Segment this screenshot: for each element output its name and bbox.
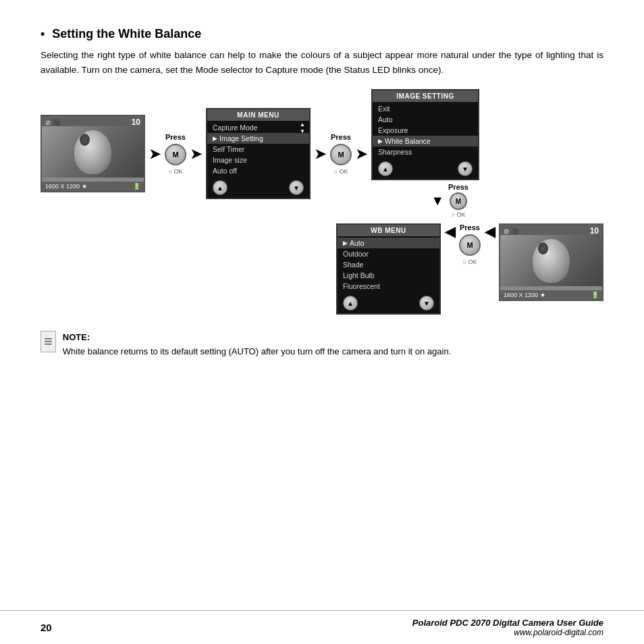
arrow-right-1: ➤ [149,146,161,162]
m-button-3[interactable]: M [459,234,481,256]
image-item-3-arrow: ▶ [378,138,383,144]
main-menu-item-0[interactable]: Capture Mode [207,122,309,133]
image-item-0-label: Exit [378,105,390,113]
ok-label-1: ○ OK [169,168,183,175]
brand-url: www.polaroid-digital.com [412,628,603,637]
wb-menu-box: WB MENU ▶ Auto Outdoor Shade Light Bulb [336,223,441,315]
wb-menu-items: ▶ Auto Outdoor Shade Light Bulb Fluoresc… [338,236,439,293]
cam-bottom-bar: 1600 X 1200 ★ 🔋 [42,182,144,191]
cam-face [42,126,144,178]
image-item-4[interactable]: Sharpness [373,146,478,157]
main-item-3-label: Image size [213,156,247,164]
press-label-down: Press [448,183,468,191]
wb-up-btn[interactable]: ▲ [343,296,358,311]
page-content: • Setting the White Balance Selecting th… [0,0,644,389]
right-column: IMAGE SETTING Exit Auto Exposure ▶ [371,89,479,218]
main-menu-up-btn[interactable]: ▲ [213,180,227,195]
wb-item-4[interactable]: Fluorescent [338,281,439,292]
image-item-0[interactable]: Exit [373,103,478,114]
press-group-down: ▼ Press M ○ OK [431,183,479,218]
press-label-3: Press [460,223,480,232]
main-menu-item-4[interactable]: Auto off [207,165,309,176]
note-label: NOTE: [63,332,90,342]
main-item-0-label: Capture Mode [213,124,258,132]
ok-label-3: ○ OK [463,259,477,265]
body-paragraph: Selecting the right type of white balanc… [41,48,603,77]
cam-number: 10 [132,117,140,127]
brand-title: Polaroid PDC 2070 Digital Camera User Gu… [412,618,603,628]
main-menu-nav: ▲ ▼ [207,178,309,198]
camera-preview-1: ⊘ 🎥 10 1600 X 1200 ★ 🔋 [41,115,145,192]
main-item-1-arrow: ▶ [213,135,217,142]
arrow-left-2: ◀ [485,223,495,240]
m-button-1[interactable]: M [165,144,186,165]
main-menu-item-3[interactable]: Image size [207,155,309,165]
arrow-right-4: ➤ [356,146,367,162]
press-group-2: Press M ○ OK [330,133,352,175]
diagram-row2: WB MENU ▶ Auto Outdoor Shade Light Bulb [41,223,603,315]
image-setting-header: IMAGE SETTING [373,90,478,102]
scroll-up: ▲ [300,122,305,128]
page-number: 20 [41,622,52,633]
main-item-4-label: Auto off [213,167,237,175]
wb-item-2[interactable]: Shade [338,259,439,270]
wb-item-4-label: Fluorescent [343,282,380,290]
ok-label-2: ○ OK [334,168,348,175]
wb-item-0-arrow: ▶ [343,240,348,246]
press-label-2: Press [331,133,351,141]
main-menu-header: MAIN MENU [207,109,309,121]
main-item-2-label: Self Timer [213,145,244,153]
main-menu-item-1[interactable]: ▶ Image Setting [207,133,309,144]
cam-battery-icon: 🔋 [133,183,140,190]
wb-item-0-label: Auto [350,239,365,247]
image-setting-menu-box: IMAGE SETTING Exit Auto Exposure ▶ [371,89,479,180]
arrow-right-3: ➤ [315,146,326,162]
wb-item-3-label: Light Bulb [343,271,375,279]
diagram: ⊘ 🎥 10 1600 X 1200 ★ 🔋 ➤ Press M ○ OK [41,89,603,315]
wb-item-1-label: Outdoor [343,250,369,258]
arrow-left-1: ◀ [445,223,455,240]
wb-item-1[interactable]: Outdoor [338,248,439,259]
image-item-4-label: Sharpness [378,148,412,156]
cam2-icons: ⊘ 🎥 [504,227,519,235]
wb-item-0[interactable]: ▶ Auto [338,238,439,248]
cam-face-shape [74,130,111,174]
image-setting-down-btn[interactable]: ▼ [458,161,473,176]
wb-menu-header: WB MENU [338,225,439,236]
main-menu-items: Capture Mode ▶ Image Setting Self Timer … [207,121,309,178]
footer-brand: Polaroid PDC 2070 Digital Camera User Gu… [412,618,603,637]
note-body: White balance returns to its default set… [63,346,451,356]
scroll-down: ▼ [300,129,305,134]
m-button-2[interactable]: M [330,144,352,165]
title-text: Setting the White Balance [52,27,201,41]
wb-down-btn[interactable]: ▼ [419,296,434,311]
bullet: • [41,27,45,41]
note-text-block: NOTE: White balance returns to its defau… [63,331,451,359]
diagram-row1: ⊘ 🎥 10 1600 X 1200 ★ 🔋 ➤ Press M ○ OK [41,89,603,218]
wb-item-3[interactable]: Light Bulb [338,270,439,281]
image-item-1[interactable]: Auto [373,114,478,125]
press-group-1: Press M ○ OK [165,133,186,175]
image-item-2-label: Exposure [378,126,408,134]
cam2-battery-icon: 🔋 [591,292,599,298]
footer: 20 Polaroid PDC 2070 Digital Camera User… [0,610,644,644]
main-menu-box: MAIN MENU Capture Mode ▶ Image Setting S… [206,108,311,199]
wb-item-2-label: Shade [343,261,363,269]
image-setting-up-btn[interactable]: ▲ [378,161,393,176]
section-title: • Setting the White Balance [41,27,603,41]
image-setting-items: Exit Auto Exposure ▶ White Balance [373,102,478,159]
camera-preview-2: ⊘ 🎥 10 1600 X 1200 ★ 🔋 [499,223,603,301]
cam2-face-shape [533,239,570,283]
main-menu-item-2[interactable]: Self Timer [207,144,309,155]
m-button-down[interactable]: M [450,192,467,210]
image-item-1-label: Auto [378,115,393,124]
image-item-3[interactable]: ▶ White Balance [373,136,478,146]
main-menu-down-btn[interactable]: ▼ [289,180,304,195]
press-group-3: Press M ○ OK [459,223,481,265]
arrow-down-1: ▼ [431,194,444,207]
image-item-2[interactable]: Exposure [373,125,478,136]
wb-menu-nav: ▲ ▼ [338,293,439,313]
ok-label-down: ○ OK [452,211,466,218]
cam-icons: ⊘ 🎥 [45,119,61,126]
note-section: ≡ NOTE: White balance returns to its def… [41,331,603,359]
